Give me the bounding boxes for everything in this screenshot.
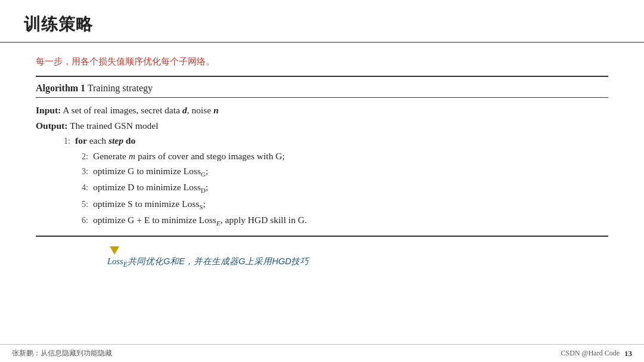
algo-line-4: 4: optimize D to minimize LossD; — [36, 180, 608, 196]
sub-d: D — [201, 187, 206, 194]
input-n: n — [213, 105, 219, 115]
algorithm-title-row: Algorithm 1 Training strategy — [36, 83, 608, 98]
annotation-area: LossE共同优化G和E，并在生成器G上采用HGD技巧 — [36, 246, 608, 269]
sub-g: G — [201, 171, 206, 178]
output-line: Output: The trained GSN model — [36, 118, 608, 134]
slide-footer: 张新鹏：从信息隐藏到功能隐藏 CSDN @Hard Code 13 — [0, 344, 644, 362]
footer-left-text: 张新鹏：从信息隐藏到功能隐藏 — [12, 348, 112, 358]
line-num-6: 6: — [72, 214, 88, 227]
italic-m: m — [129, 151, 135, 161]
algorithm-box: Algorithm 1 Training strategy Input: A s… — [36, 76, 608, 237]
sub-s: S — [199, 203, 203, 211]
input-noise: , noise — [187, 105, 213, 115]
footer-page: 13 — [624, 349, 632, 358]
arrow-down-icon — [110, 246, 119, 255]
footer-right: CSDN @Hard Code 13 — [561, 349, 632, 358]
line-num-5: 5: — [72, 197, 88, 211]
loss-label: LossE — [107, 256, 128, 266]
input-label: Input: — [36, 105, 61, 115]
input-line: Input: A set of real images, secret data… — [36, 103, 608, 118]
input-content: Input: A set of real images, secret data… — [36, 103, 608, 118]
line-content-6: optimize G + E to minimize LossE, apply … — [93, 212, 608, 228]
algorithm-title: Algorithm 1 Training strategy — [36, 83, 153, 93]
annotation-text: LossE共同优化G和E，并在生成器G上采用HGD技巧 — [107, 256, 309, 269]
loss-sub-e: E — [123, 260, 128, 268]
line-num-3: 3: — [72, 165, 88, 178]
algo-line-1: 1: for each step do — [36, 133, 608, 148]
algorithm-title-rest: Training strategy — [85, 83, 153, 93]
input-d: d — [182, 105, 187, 115]
line-num-1: 1: — [54, 134, 70, 148]
algo-line-3: 3: optimize G to minimize LossG; — [36, 163, 608, 180]
algo-line-5: 5: optimize S to minimize LossS; — [36, 196, 608, 212]
annotation-rest: 共同优化G和E，并在生成器G上采用HGD技巧 — [128, 256, 309, 266]
line-content-4: optimize D to minimize LossD; — [93, 180, 608, 196]
line-content-2: Generate m pairs of cover and stego imag… — [93, 148, 608, 164]
algo-line-2: 2: Generate m pairs of cover and stego i… — [36, 148, 608, 164]
line-num-4: 4: — [72, 181, 88, 194]
output-label: Output: — [36, 120, 67, 131]
slide-container: 训练策略 每一步，用各个损失值顺序优化每个子网络。 Algorithm 1 Tr… — [0, 0, 644, 362]
kw-for: for — [75, 135, 87, 146]
slide-title: 训练策略 — [24, 15, 93, 33]
algorithm-title-bold: Algorithm 1 — [36, 83, 85, 93]
footer-brand: CSDN @Hard Code — [561, 349, 620, 358]
output-text: The trained GSN model — [67, 120, 158, 131]
kw-do: do — [126, 135, 135, 146]
sub-e: E — [216, 219, 221, 227]
slide-header: 训练策略 — [0, 0, 644, 43]
line-content-5: optimize S to minimize LossS; — [93, 196, 608, 212]
slide-content: 每一步，用各个损失值顺序优化每个子网络。 Algorithm 1 Trainin… — [0, 43, 644, 344]
algo-line-6: 6: optimize G + E to minimize LossE, app… — [36, 212, 608, 228]
subtitle-text: 每一步，用各个损失值顺序优化每个子网络。 — [36, 56, 608, 67]
input-text: A set of real images, secret data — [63, 105, 182, 115]
line-content-3: optimize G to minimize LossG; — [93, 163, 608, 180]
output-content: Output: The trained GSN model — [36, 118, 608, 134]
line-content-1: for each step do — [75, 133, 608, 148]
kw-step: step — [109, 135, 123, 146]
line-num-2: 2: — [72, 150, 88, 163]
